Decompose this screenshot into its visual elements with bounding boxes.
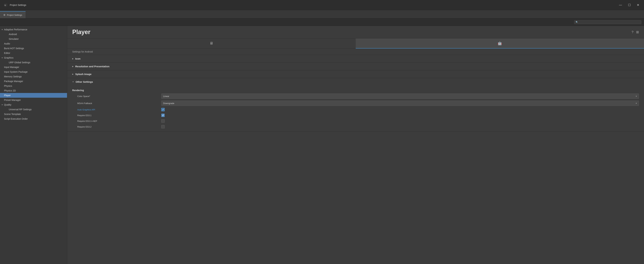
sidebar-label-burst-aot: Burst AOT Settings — [4, 47, 24, 50]
sidebar-item-player[interactable]: Player — [0, 93, 67, 98]
sidebar-label-memory-settings: Memory Settings — [4, 75, 22, 78]
require-es32-label: Require ES3.2 — [77, 126, 161, 128]
color-space-dropdown[interactable]: Linear ▼ — [161, 93, 639, 99]
require-es31-checkbox[interactable] — [161, 114, 165, 117]
auto-graphics-api-label[interactable]: Auto Graphics API — [77, 108, 161, 111]
tab-bar: ⚙ Project Settings — [0, 10, 644, 18]
maximize-button[interactable]: ☐ — [627, 2, 632, 7]
color-space-value: Linear ▼ — [161, 93, 639, 99]
desktop-platform-icon: 🖥 — [210, 41, 213, 45]
auto-graphics-api-checkbox[interactable] — [161, 108, 165, 111]
sidebar-item-script-execution[interactable]: Script Execution Order — [0, 116, 67, 121]
sidebar-item-android[interactable]: Android — [0, 32, 67, 36]
msaa-fallback-value: Downgrade ▼ — [161, 101, 639, 106]
main-layout: ▼ Adaptive Performance Android Simulator… — [0, 26, 644, 264]
page-title: Player — [72, 28, 90, 35]
sidebar-label-audio: Audio — [4, 42, 10, 45]
require-es31-row: Require ES3.1 — [67, 112, 644, 118]
sidebar-label-urp-global: URP Global Settings — [9, 61, 30, 64]
require-es31-label: Require ES3.1 — [77, 114, 161, 117]
other-settings-content: Rendering Color Space* Linear ▼ MSAA Fal… — [67, 86, 644, 131]
sidebar-item-graphics[interactable]: ▼ Graphics — [0, 55, 67, 60]
sidebar-item-urp-global[interactable]: URP Global Settings — [0, 60, 67, 65]
rendering-subsection-title: Rendering — [67, 87, 644, 93]
require-es31-value — [161, 114, 639, 117]
sidebar-label-android: Android — [9, 33, 17, 35]
other-settings-header[interactable]: ▼ Other Settings — [67, 78, 644, 86]
search-icon: 🔍 — [576, 21, 578, 23]
splash-section-title: Splash Image — [75, 73, 92, 75]
other-settings-section: ▼ Other Settings Rendering Color Space* … — [67, 78, 644, 131]
splash-section: ▶ Splash Image — [67, 70, 644, 78]
sidebar-item-audio[interactable]: Audio — [0, 41, 67, 46]
sidebar-item-quality[interactable]: ▼ Quality — [0, 102, 67, 107]
minimize-button[interactable]: — — [618, 2, 623, 7]
other-settings-title: Other Settings — [76, 80, 93, 83]
sidebar-item-editor[interactable]: Editor — [0, 51, 67, 55]
resolution-section-title: Resolution and Presentation — [75, 65, 110, 68]
sidebar-label-scene-template: Scene Template — [4, 113, 21, 115]
sidebar-label-preset-manager: Preset Manager — [4, 99, 21, 101]
auto-graphics-api-value — [161, 108, 639, 111]
require-es31-aep-checkbox[interactable] — [161, 119, 165, 123]
sidebar-item-simulator[interactable]: Simulator — [0, 36, 67, 41]
close-button[interactable]: ✕ — [636, 2, 641, 7]
project-settings-tab[interactable]: ⚙ Project Settings — [0, 11, 26, 18]
settings-tab-icon: ⚙ — [3, 13, 6, 16]
sidebar-item-universal-rp[interactable]: Universal RP Settings — [0, 107, 67, 112]
search-input[interactable] — [579, 21, 640, 23]
sidebar-item-package-manager[interactable]: Package Manager — [0, 79, 67, 84]
resolution-section-header[interactable]: ▶ Resolution and Presentation — [67, 63, 644, 70]
svg-text:U: U — [4, 4, 6, 6]
resolution-section-arrow: ▶ — [72, 65, 74, 67]
sidebar-label-physics-2d: Physics 2D — [4, 89, 16, 92]
msaa-fallback-dropdown[interactable]: Downgrade ▼ — [161, 101, 639, 106]
help-icon-button[interactable]: ? — [632, 30, 634, 34]
sidebar-label-simulator: Simulator — [9, 38, 19, 40]
sidebar-item-physics[interactable]: Physics — [0, 84, 67, 88]
icon-section-arrow: ▶ — [72, 58, 74, 60]
sidebar-item-input-system[interactable]: Input System Package — [0, 69, 67, 74]
sidebar-label-input-manager: Input Manager — [4, 66, 19, 68]
msaa-fallback-selected: Downgrade — [163, 102, 174, 105]
msaa-fallback-row: MSAA Fallback Downgrade ▼ — [67, 100, 644, 107]
sidebar-item-preset-manager[interactable]: Preset Manager — [0, 98, 67, 102]
sidebar-item-burst-aot[interactable]: Burst AOT Settings — [0, 46, 67, 51]
sidebar-label-graphics: Graphics — [4, 56, 14, 59]
sidebar-item-physics-2d[interactable]: Physics 2D — [0, 88, 67, 93]
require-es32-value — [161, 125, 639, 128]
icon-section-header[interactable]: ▶ Icon — [67, 55, 644, 62]
require-es32-row: Require ES3.2 — [67, 124, 644, 130]
color-space-row: Color Space* Linear ▼ — [67, 93, 644, 100]
sidebar-item-input-manager[interactable]: Input Manager — [0, 65, 67, 69]
sidebar-label-input-system: Input System Package — [4, 70, 28, 73]
other-settings-arrow: ▼ — [72, 81, 74, 83]
sidebar-item-memory-settings[interactable]: Memory Settings — [0, 74, 67, 79]
title-bar: U Project Settings — ☐ ✕ — [0, 0, 644, 10]
sidebar-item-adaptive-performance[interactable]: ▼ Adaptive Performance — [0, 27, 67, 32]
window-controls: — ☐ ✕ — [618, 2, 641, 7]
layout-icon-button[interactable]: ⊞ — [636, 30, 639, 34]
splash-section-arrow: ▶ — [72, 73, 74, 75]
require-es31-aep-label: Require ES3.1+AEP — [77, 120, 161, 122]
quality-arrow: ▼ — [1, 104, 3, 106]
graphics-arrow: ▼ — [1, 57, 3, 59]
sidebar-label-quality: Quality — [4, 103, 12, 106]
icon-section-title: Icon — [75, 57, 80, 60]
color-space-dropdown-arrow: ▼ — [636, 95, 637, 97]
resolution-section: ▶ Resolution and Presentation — [67, 63, 644, 70]
platform-tabs: 🖥 🤖 — [67, 38, 644, 49]
require-es31-aep-value — [161, 119, 639, 123]
platform-tab-android[interactable]: 🤖 — [356, 38, 644, 48]
splash-section-header[interactable]: ▶ Splash Image — [67, 70, 644, 78]
sidebar-label-script-execution: Script Execution Order — [4, 117, 28, 120]
color-space-selected: Linear — [163, 95, 169, 97]
unity-logo-icon: U — [3, 3, 8, 7]
auto-graphics-api-row: Auto Graphics API — [67, 107, 644, 112]
msaa-fallback-dropdown-arrow: ▼ — [636, 102, 637, 104]
sidebar-label-universal-rp: Universal RP Settings — [9, 108, 32, 111]
require-es32-checkbox[interactable] — [161, 125, 165, 128]
title-bar-left: U Project Settings — [3, 3, 26, 7]
platform-tab-desktop[interactable]: 🖥 — [67, 38, 356, 48]
sidebar-item-scene-template[interactable]: Scene Template — [0, 112, 67, 116]
